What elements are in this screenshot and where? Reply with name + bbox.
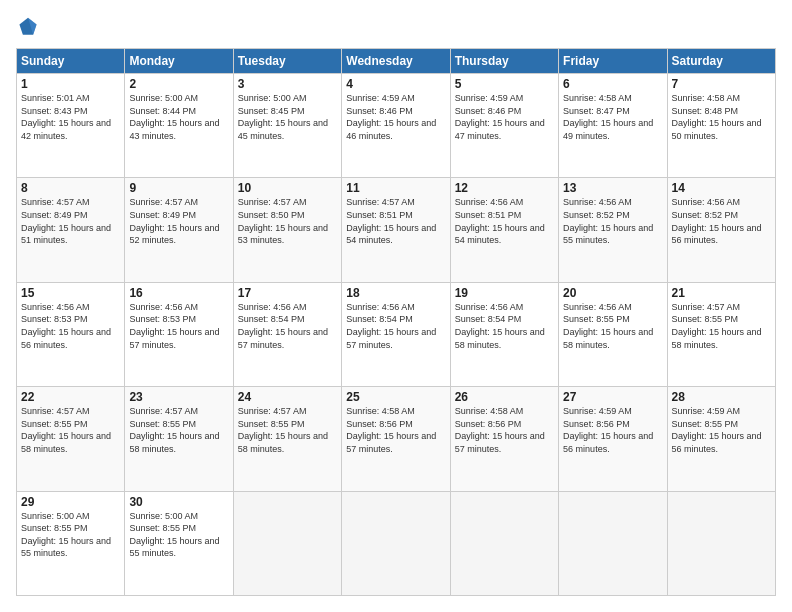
day-cell: 20 Sunrise: 4:56 AMSunset: 8:55 PMDaylig…	[559, 282, 667, 386]
day-cell: 22 Sunrise: 4:57 AMSunset: 8:55 PMDaylig…	[17, 387, 125, 491]
day-cell: 13 Sunrise: 4:56 AMSunset: 8:52 PMDaylig…	[559, 178, 667, 282]
day-info: Sunrise: 4:57 AMSunset: 8:49 PMDaylight:…	[129, 196, 228, 246]
day-number: 18	[346, 286, 445, 300]
day-cell: 14 Sunrise: 4:56 AMSunset: 8:52 PMDaylig…	[667, 178, 775, 282]
day-number: 16	[129, 286, 228, 300]
day-cell: 5 Sunrise: 4:59 AMSunset: 8:46 PMDayligh…	[450, 74, 558, 178]
day-number: 8	[21, 181, 120, 195]
day-info: Sunrise: 4:58 AMSunset: 8:48 PMDaylight:…	[672, 92, 771, 142]
day-info: Sunrise: 5:01 AMSunset: 8:43 PMDaylight:…	[21, 92, 120, 142]
day-info: Sunrise: 4:58 AMSunset: 8:47 PMDaylight:…	[563, 92, 662, 142]
day-cell: 2 Sunrise: 5:00 AMSunset: 8:44 PMDayligh…	[125, 74, 233, 178]
day-number: 15	[21, 286, 120, 300]
header	[16, 16, 776, 40]
day-cell: 11 Sunrise: 4:57 AMSunset: 8:51 PMDaylig…	[342, 178, 450, 282]
day-info: Sunrise: 5:00 AMSunset: 8:55 PMDaylight:…	[21, 510, 120, 560]
day-number: 22	[21, 390, 120, 404]
day-cell: 16 Sunrise: 4:56 AMSunset: 8:53 PMDaylig…	[125, 282, 233, 386]
day-cell: 25 Sunrise: 4:58 AMSunset: 8:56 PMDaylig…	[342, 387, 450, 491]
day-number: 5	[455, 77, 554, 91]
day-cell: 28 Sunrise: 4:59 AMSunset: 8:55 PMDaylig…	[667, 387, 775, 491]
day-info: Sunrise: 4:56 AMSunset: 8:51 PMDaylight:…	[455, 196, 554, 246]
day-info: Sunrise: 4:59 AMSunset: 8:46 PMDaylight:…	[455, 92, 554, 142]
day-info: Sunrise: 4:56 AMSunset: 8:54 PMDaylight:…	[346, 301, 445, 351]
page: SundayMondayTuesdayWednesdayThursdayFrid…	[0, 0, 792, 612]
day-info: Sunrise: 5:00 AMSunset: 8:45 PMDaylight:…	[238, 92, 337, 142]
day-info: Sunrise: 4:58 AMSunset: 8:56 PMDaylight:…	[455, 405, 554, 455]
day-info: Sunrise: 4:58 AMSunset: 8:56 PMDaylight:…	[346, 405, 445, 455]
day-number: 7	[672, 77, 771, 91]
day-info: Sunrise: 4:57 AMSunset: 8:55 PMDaylight:…	[672, 301, 771, 351]
logo-icon	[16, 16, 40, 40]
day-cell: 24 Sunrise: 4:57 AMSunset: 8:55 PMDaylig…	[233, 387, 341, 491]
week-row-3: 15 Sunrise: 4:56 AMSunset: 8:53 PMDaylig…	[17, 282, 776, 386]
day-cell: 18 Sunrise: 4:56 AMSunset: 8:54 PMDaylig…	[342, 282, 450, 386]
col-header-sunday: Sunday	[17, 49, 125, 74]
day-cell	[667, 491, 775, 595]
week-row-4: 22 Sunrise: 4:57 AMSunset: 8:55 PMDaylig…	[17, 387, 776, 491]
day-info: Sunrise: 4:57 AMSunset: 8:49 PMDaylight:…	[21, 196, 120, 246]
day-cell	[342, 491, 450, 595]
day-info: Sunrise: 4:56 AMSunset: 8:52 PMDaylight:…	[563, 196, 662, 246]
day-info: Sunrise: 4:59 AMSunset: 8:55 PMDaylight:…	[672, 405, 771, 455]
day-number: 29	[21, 495, 120, 509]
calendar-table: SundayMondayTuesdayWednesdayThursdayFrid…	[16, 48, 776, 596]
col-header-thursday: Thursday	[450, 49, 558, 74]
day-cell: 1 Sunrise: 5:01 AMSunset: 8:43 PMDayligh…	[17, 74, 125, 178]
day-info: Sunrise: 4:56 AMSunset: 8:53 PMDaylight:…	[21, 301, 120, 351]
day-number: 12	[455, 181, 554, 195]
day-number: 27	[563, 390, 662, 404]
day-number: 23	[129, 390, 228, 404]
day-number: 19	[455, 286, 554, 300]
day-cell: 12 Sunrise: 4:56 AMSunset: 8:51 PMDaylig…	[450, 178, 558, 282]
col-header-monday: Monday	[125, 49, 233, 74]
day-info: Sunrise: 4:56 AMSunset: 8:52 PMDaylight:…	[672, 196, 771, 246]
day-number: 1	[21, 77, 120, 91]
day-cell: 7 Sunrise: 4:58 AMSunset: 8:48 PMDayligh…	[667, 74, 775, 178]
week-row-2: 8 Sunrise: 4:57 AMSunset: 8:49 PMDayligh…	[17, 178, 776, 282]
day-number: 25	[346, 390, 445, 404]
day-cell	[559, 491, 667, 595]
col-header-friday: Friday	[559, 49, 667, 74]
day-info: Sunrise: 4:59 AMSunset: 8:56 PMDaylight:…	[563, 405, 662, 455]
day-info: Sunrise: 4:56 AMSunset: 8:54 PMDaylight:…	[455, 301, 554, 351]
day-number: 28	[672, 390, 771, 404]
col-header-saturday: Saturday	[667, 49, 775, 74]
day-info: Sunrise: 5:00 AMSunset: 8:44 PMDaylight:…	[129, 92, 228, 142]
day-info: Sunrise: 4:57 AMSunset: 8:51 PMDaylight:…	[346, 196, 445, 246]
day-cell: 15 Sunrise: 4:56 AMSunset: 8:53 PMDaylig…	[17, 282, 125, 386]
day-number: 20	[563, 286, 662, 300]
day-number: 11	[346, 181, 445, 195]
day-number: 4	[346, 77, 445, 91]
day-number: 9	[129, 181, 228, 195]
day-cell: 6 Sunrise: 4:58 AMSunset: 8:47 PMDayligh…	[559, 74, 667, 178]
day-cell: 21 Sunrise: 4:57 AMSunset: 8:55 PMDaylig…	[667, 282, 775, 386]
day-cell: 4 Sunrise: 4:59 AMSunset: 8:46 PMDayligh…	[342, 74, 450, 178]
day-cell: 8 Sunrise: 4:57 AMSunset: 8:49 PMDayligh…	[17, 178, 125, 282]
week-row-5: 29 Sunrise: 5:00 AMSunset: 8:55 PMDaylig…	[17, 491, 776, 595]
day-info: Sunrise: 5:00 AMSunset: 8:55 PMDaylight:…	[129, 510, 228, 560]
day-info: Sunrise: 4:56 AMSunset: 8:53 PMDaylight:…	[129, 301, 228, 351]
week-row-1: 1 Sunrise: 5:01 AMSunset: 8:43 PMDayligh…	[17, 74, 776, 178]
day-number: 13	[563, 181, 662, 195]
day-number: 14	[672, 181, 771, 195]
day-cell	[233, 491, 341, 595]
day-number: 2	[129, 77, 228, 91]
header-row: SundayMondayTuesdayWednesdayThursdayFrid…	[17, 49, 776, 74]
day-info: Sunrise: 4:57 AMSunset: 8:55 PMDaylight:…	[238, 405, 337, 455]
day-number: 6	[563, 77, 662, 91]
day-number: 21	[672, 286, 771, 300]
day-cell: 17 Sunrise: 4:56 AMSunset: 8:54 PMDaylig…	[233, 282, 341, 386]
day-cell: 3 Sunrise: 5:00 AMSunset: 8:45 PMDayligh…	[233, 74, 341, 178]
day-cell: 10 Sunrise: 4:57 AMSunset: 8:50 PMDaylig…	[233, 178, 341, 282]
day-cell: 19 Sunrise: 4:56 AMSunset: 8:54 PMDaylig…	[450, 282, 558, 386]
day-number: 17	[238, 286, 337, 300]
day-number: 24	[238, 390, 337, 404]
day-cell: 23 Sunrise: 4:57 AMSunset: 8:55 PMDaylig…	[125, 387, 233, 491]
day-cell	[450, 491, 558, 595]
day-cell: 27 Sunrise: 4:59 AMSunset: 8:56 PMDaylig…	[559, 387, 667, 491]
day-info: Sunrise: 4:59 AMSunset: 8:46 PMDaylight:…	[346, 92, 445, 142]
day-cell: 29 Sunrise: 5:00 AMSunset: 8:55 PMDaylig…	[17, 491, 125, 595]
day-number: 10	[238, 181, 337, 195]
day-number: 3	[238, 77, 337, 91]
